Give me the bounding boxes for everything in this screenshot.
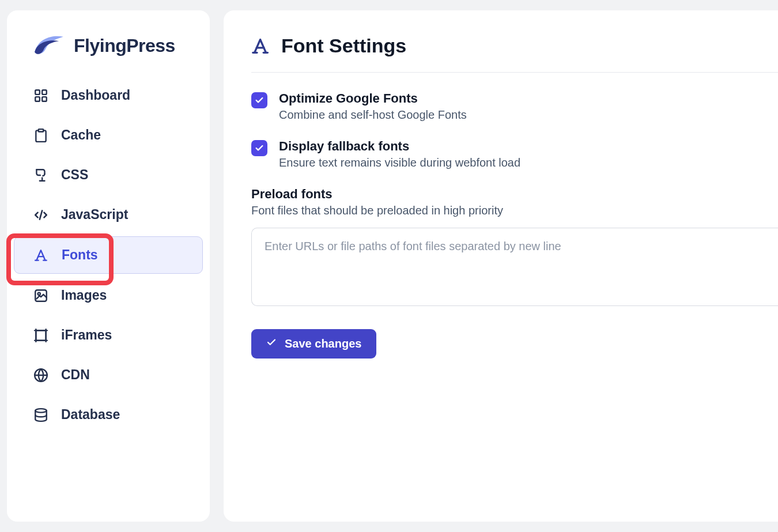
settings-form: Optimize Google Fonts Combine and self-h… bbox=[251, 73, 778, 359]
svg-point-18 bbox=[35, 409, 47, 413]
check-icon bbox=[255, 144, 264, 153]
field-desc: Font files that should be preloaded in h… bbox=[251, 204, 778, 217]
sidebar-item-label: Cache bbox=[61, 127, 101, 143]
javascript-icon bbox=[33, 207, 48, 222]
brand: FlyingPress bbox=[7, 33, 210, 77]
setting-text: Display fallback fonts Ensure text remai… bbox=[279, 139, 520, 169]
sidebar-item-iframes[interactable]: iFrames bbox=[14, 317, 203, 353]
save-button[interactable]: Save changes bbox=[251, 329, 376, 359]
sidebar-item-label: iFrames bbox=[61, 327, 112, 343]
dashboard-icon bbox=[33, 88, 48, 103]
sidebar-item-fonts[interactable]: Fonts bbox=[14, 236, 203, 274]
setting-display-fallback-fonts: Display fallback fonts Ensure text remai… bbox=[251, 139, 778, 169]
cache-icon bbox=[33, 128, 48, 143]
sidebar-item-css[interactable]: CSS bbox=[14, 157, 203, 193]
checkbox-optimize-google-fonts[interactable] bbox=[251, 92, 267, 108]
fonts-icon bbox=[251, 36, 271, 56]
svg-rect-2 bbox=[35, 97, 40, 101]
preload-fonts-textarea[interactable] bbox=[251, 228, 778, 306]
images-icon bbox=[33, 288, 48, 303]
preload-fonts-block: Preload fonts Font files that should be … bbox=[251, 187, 778, 308]
setting-label: Display fallback fonts bbox=[279, 139, 520, 154]
svg-rect-1 bbox=[42, 90, 47, 95]
check-icon bbox=[255, 96, 264, 105]
main-panel: Font Settings Optimize Google Fonts Comb… bbox=[224, 10, 778, 522]
svg-rect-11 bbox=[36, 330, 46, 340]
sidebar-nav: Dashboard Cache CSS bbox=[7, 77, 210, 433]
setting-text: Optimize Google Fonts Combine and self-h… bbox=[279, 91, 467, 122]
cdn-icon bbox=[33, 368, 48, 383]
save-button-label: Save changes bbox=[285, 337, 361, 350]
check-icon bbox=[266, 337, 277, 350]
field-label: Preload fonts bbox=[251, 187, 778, 202]
sidebar-item-images[interactable]: Images bbox=[14, 277, 203, 314]
page-title: Font Settings bbox=[281, 35, 406, 57]
database-icon bbox=[33, 408, 48, 422]
sidebar-item-label: CSS bbox=[61, 167, 88, 183]
setting-label: Optimize Google Fonts bbox=[279, 91, 467, 106]
fonts-icon bbox=[34, 248, 49, 263]
setting-desc: Combine and self-host Google Fonts bbox=[279, 108, 467, 122]
setting-optimize-google-fonts: Optimize Google Fonts Combine and self-h… bbox=[251, 91, 778, 122]
sidebar-item-dashboard[interactable]: Dashboard bbox=[14, 77, 203, 114]
sidebar-item-label: Fonts bbox=[62, 247, 98, 263]
sidebar-item-label: Dashboard bbox=[61, 88, 130, 103]
brand-logo-icon bbox=[32, 33, 66, 58]
sidebar-item-database[interactable]: Database bbox=[14, 397, 203, 433]
svg-point-10 bbox=[38, 292, 40, 295]
brand-name: FlyingPress bbox=[74, 35, 175, 56]
page-header: Font Settings bbox=[251, 35, 778, 73]
sidebar-item-cache[interactable]: Cache bbox=[14, 117, 203, 153]
sidebar-item-javascript[interactable]: JavaScript bbox=[14, 197, 203, 233]
sidebar-item-label: Images bbox=[61, 288, 107, 303]
sidebar-item-label: CDN bbox=[61, 367, 90, 383]
sidebar-item-label: JavaScript bbox=[61, 207, 128, 222]
svg-rect-3 bbox=[42, 97, 47, 101]
sidebar-item-label: Database bbox=[61, 407, 120, 422]
setting-desc: Ensure text remains visible during webfo… bbox=[279, 156, 520, 169]
svg-rect-0 bbox=[35, 90, 40, 95]
sidebar-item-cdn[interactable]: CDN bbox=[14, 357, 203, 393]
svg-rect-4 bbox=[39, 129, 44, 131]
css-icon bbox=[33, 168, 48, 183]
svg-line-5 bbox=[40, 210, 42, 219]
sidebar: FlyingPress Dashboard bbox=[7, 10, 210, 522]
checkbox-display-fallback-fonts[interactable] bbox=[251, 140, 267, 156]
iframes-icon bbox=[33, 328, 48, 343]
app-root: FlyingPress Dashboard bbox=[0, 0, 778, 532]
